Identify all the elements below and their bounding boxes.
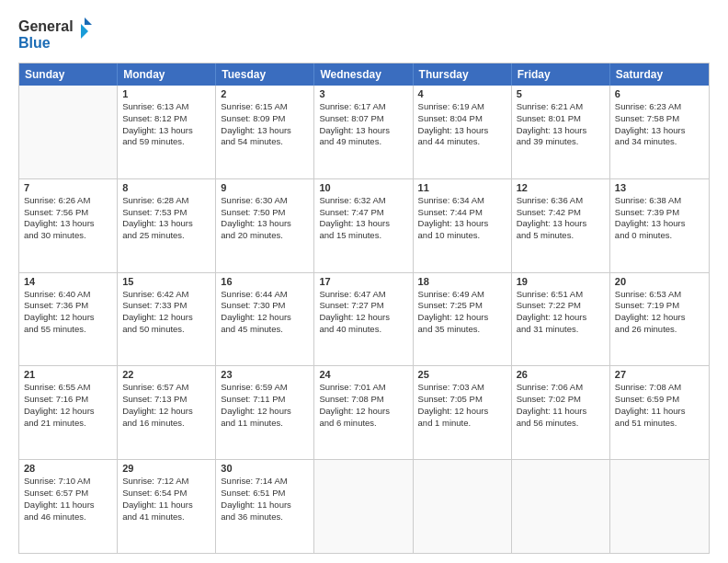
- day-number: 29: [122, 463, 210, 474]
- calendar-header-cell: Thursday: [414, 63, 512, 86]
- logo: General Blue: [18, 15, 92, 55]
- calendar-cell: 6Sunrise: 6:23 AMSunset: 7:58 PMDaylight…: [610, 86, 709, 178]
- calendar-header-cell: Friday: [512, 63, 610, 86]
- day-info-line: Daylight: 12 hours: [122, 406, 210, 418]
- calendar-header: SundayMondayTuesdayWednesdayThursdayFrid…: [19, 63, 709, 86]
- day-number: 4: [418, 88, 506, 99]
- day-info-line: Sunrise: 6:38 AM: [615, 195, 704, 207]
- day-info-line: and 35 minutes.: [418, 324, 506, 336]
- day-info-line: Daylight: 13 hours: [319, 125, 407, 137]
- day-info-line: and 51 minutes.: [615, 418, 704, 430]
- day-info-line: Sunset: 8:09 PM: [221, 113, 309, 125]
- day-info-line: and 10 minutes.: [418, 230, 506, 242]
- calendar-cell: 10Sunrise: 6:32 AMSunset: 7:47 PMDayligh…: [314, 179, 413, 272]
- day-info-line: and 36 minutes.: [221, 511, 309, 523]
- day-number: 3: [319, 88, 407, 99]
- header: General Blue: [18, 15, 710, 55]
- day-number: 16: [221, 276, 309, 287]
- day-number: 26: [517, 369, 605, 380]
- day-info-line: Sunset: 8:04 PM: [418, 113, 506, 125]
- day-number: 28: [24, 463, 112, 474]
- day-info-line: Sunset: 6:59 PM: [615, 394, 704, 406]
- calendar-cell: 14Sunrise: 6:40 AMSunset: 7:36 PMDayligh…: [19, 273, 118, 366]
- calendar-header-cell: Wednesday: [314, 63, 413, 86]
- day-info-line: Daylight: 12 hours: [319, 312, 407, 324]
- day-number: 8: [122, 182, 210, 193]
- page: General Blue SundayMondayTuesdayWednesda…: [0, 0, 728, 563]
- day-info-line: Daylight: 12 hours: [221, 406, 309, 418]
- day-info-line: and 20 minutes.: [221, 230, 309, 242]
- day-info-line: Sunset: 7:30 PM: [221, 300, 309, 312]
- calendar-week: 14Sunrise: 6:40 AMSunset: 7:36 PMDayligh…: [19, 272, 709, 366]
- calendar-cell: [314, 460, 413, 553]
- day-info-line: Sunset: 7:33 PM: [122, 300, 210, 312]
- day-info-line: Daylight: 12 hours: [221, 312, 309, 324]
- day-number: 11: [418, 182, 506, 193]
- day-info-line: and 6 minutes.: [319, 418, 407, 430]
- day-info-line: Sunset: 6:54 PM: [122, 488, 210, 500]
- day-info-line: Sunrise: 7:06 AM: [517, 382, 605, 394]
- day-info-line: Daylight: 13 hours: [221, 125, 309, 137]
- day-number: 13: [615, 182, 704, 193]
- day-info-line: and 34 minutes.: [615, 136, 704, 148]
- day-info-line: Sunrise: 7:08 AM: [615, 382, 704, 394]
- calendar-cell: 23Sunrise: 6:59 AMSunset: 7:11 PMDayligh…: [216, 366, 314, 459]
- day-number: 27: [615, 369, 704, 380]
- day-info-line: Sunrise: 6:19 AM: [418, 101, 506, 113]
- day-info-line: Daylight: 13 hours: [319, 218, 407, 230]
- calendar-cell: 29Sunrise: 7:12 AMSunset: 6:54 PMDayligh…: [118, 460, 216, 553]
- day-info-line: and 25 minutes.: [122, 230, 210, 242]
- calendar-cell: 13Sunrise: 6:38 AMSunset: 7:39 PMDayligh…: [610, 179, 709, 272]
- calendar-body: 1Sunrise: 6:13 AMSunset: 8:12 PMDaylight…: [19, 86, 709, 553]
- day-info-line: Daylight: 11 hours: [615, 406, 704, 418]
- day-info-line: Sunset: 7:25 PM: [418, 300, 506, 312]
- day-info-line: Sunset: 7:53 PM: [122, 207, 210, 219]
- day-info-line: Sunrise: 6:36 AM: [517, 195, 605, 207]
- calendar-cell: 5Sunrise: 6:21 AMSunset: 8:01 PMDaylight…: [512, 86, 610, 178]
- calendar-header-cell: Saturday: [610, 63, 709, 86]
- day-info-line: Sunset: 7:58 PM: [615, 113, 704, 125]
- calendar-cell: 21Sunrise: 6:55 AMSunset: 7:16 PMDayligh…: [19, 366, 118, 459]
- svg-text:General: General: [18, 18, 74, 34]
- day-info-line: and 46 minutes.: [24, 511, 112, 523]
- day-number: 21: [24, 369, 112, 380]
- day-info-line: Sunrise: 6:23 AM: [615, 101, 704, 113]
- calendar-cell: 20Sunrise: 6:53 AMSunset: 7:19 PMDayligh…: [610, 273, 709, 366]
- calendar-cell: 25Sunrise: 7:03 AMSunset: 7:05 PMDayligh…: [414, 366, 512, 459]
- day-info-line: and 5 minutes.: [517, 230, 605, 242]
- day-info-line: Daylight: 13 hours: [615, 125, 704, 137]
- day-info-line: Sunset: 7:22 PM: [517, 300, 605, 312]
- day-info-line: and 54 minutes.: [221, 136, 309, 148]
- day-number: 5: [517, 88, 605, 99]
- day-info-line: Sunrise: 6:13 AM: [122, 101, 210, 113]
- day-info-line: Sunrise: 6:17 AM: [319, 101, 407, 113]
- day-info-line: Daylight: 13 hours: [122, 218, 210, 230]
- calendar-cell: [610, 460, 709, 553]
- day-number: 6: [615, 88, 704, 99]
- day-number: 19: [517, 276, 605, 287]
- day-info-line: Daylight: 12 hours: [24, 406, 112, 418]
- day-info-line: Daylight: 13 hours: [418, 218, 506, 230]
- day-info-line: Daylight: 13 hours: [517, 125, 605, 137]
- calendar-cell: 1Sunrise: 6:13 AMSunset: 8:12 PMDaylight…: [118, 86, 216, 178]
- day-number: 20: [615, 276, 704, 287]
- day-number: 22: [122, 369, 210, 380]
- day-info-line: Sunrise: 6:57 AM: [122, 382, 210, 394]
- day-info-line: Sunrise: 6:32 AM: [319, 195, 407, 207]
- day-info-line: and 21 minutes.: [24, 418, 112, 430]
- day-info-line: Sunset: 6:57 PM: [24, 488, 112, 500]
- day-info-line: and 50 minutes.: [122, 324, 210, 336]
- day-number: 17: [319, 276, 407, 287]
- day-info-line: Sunset: 7:05 PM: [418, 394, 506, 406]
- day-info-line: Sunrise: 6:30 AM: [221, 195, 309, 207]
- day-info-line: Daylight: 13 hours: [517, 218, 605, 230]
- day-number: 23: [221, 369, 309, 380]
- calendar-cell: 18Sunrise: 6:49 AMSunset: 7:25 PMDayligh…: [414, 273, 512, 366]
- day-info-line: Sunrise: 7:01 AM: [319, 382, 407, 394]
- calendar-cell: 8Sunrise: 6:28 AMSunset: 7:53 PMDaylight…: [118, 179, 216, 272]
- day-info-line: Sunrise: 6:26 AM: [24, 195, 112, 207]
- calendar-header-cell: Sunday: [19, 63, 118, 86]
- calendar-cell: 28Sunrise: 7:10 AMSunset: 6:57 PMDayligh…: [19, 460, 118, 553]
- day-info-line: Sunset: 7:42 PM: [517, 207, 605, 219]
- day-info-line: Sunset: 7:08 PM: [319, 394, 407, 406]
